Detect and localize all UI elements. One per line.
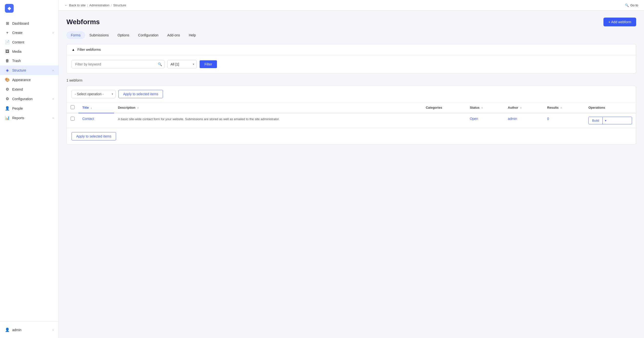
row-status-cell: Open: [466, 113, 504, 128]
chevron-right-icon: ›: [52, 116, 54, 120]
row-description: A basic site-wide contact form for your …: [118, 117, 280, 121]
dashboard-icon: ⊞: [5, 21, 10, 26]
table-row: Contact A basic site-wide contact form f…: [67, 113, 636, 128]
filter-select-wrap: All [1] ▾: [167, 60, 197, 68]
row-author-link[interactable]: admin: [508, 117, 517, 121]
row-description-cell: A basic site-wide contact form for your …: [114, 113, 422, 128]
bulk-select-top: - Select operation - ▾: [72, 90, 116, 98]
tab-forms[interactable]: Forms: [66, 31, 85, 39]
search-icon: 🔍: [625, 4, 629, 7]
back-arrow-icon: ←: [64, 4, 68, 7]
sidebar-logo: ◆: [0, 0, 58, 16]
sidebar-item-dashboard[interactable]: ⊞ Dashboard: [0, 18, 58, 28]
row-categories-cell: [422, 113, 466, 128]
add-webform-button[interactable]: + Add webform: [604, 18, 636, 26]
sidebar-user-label: admin: [12, 328, 50, 332]
tab-help[interactable]: Help: [184, 31, 200, 39]
app-logo[interactable]: ◆: [5, 4, 14, 13]
bulk-operation-select-top[interactable]: - Select operation -: [72, 90, 116, 98]
sidebar-item-media[interactable]: 🖼 Media: [0, 47, 58, 56]
filter-input-wrap: 🔍: [72, 60, 164, 68]
menu-icon[interactable]: ≡: [481, 106, 483, 109]
reports-icon: 📊: [5, 116, 10, 120]
breadcrumb-sep2: /: [111, 4, 112, 7]
topbar: ← Back to site | Administration / Struct…: [59, 0, 644, 11]
tabs-bar: FormsSubmissionsOptionsConfigurationAdd-…: [66, 31, 636, 39]
goto-label: Go to: [630, 4, 638, 7]
sidebar-item-label-create: Create: [12, 31, 50, 35]
sidebar-item-structure[interactable]: ◈ Structure ›: [0, 66, 58, 75]
content-icon: 📄: [5, 40, 10, 44]
filter-body: 🔍 All [1] ▾ Filter: [67, 55, 636, 73]
page-content: Webforms + Add webform FormsSubmissionsO…: [59, 11, 644, 338]
sidebar-item-label-configuration: Configuration: [12, 97, 50, 101]
row-checkbox-cell: [67, 113, 78, 128]
breadcrumb-admin: Administration: [90, 4, 110, 7]
trash-icon: 🗑: [5, 58, 10, 63]
breadcrumb: ← Back to site | Administration / Struct…: [64, 4, 126, 7]
col-status: Status ≡: [466, 102, 504, 113]
sidebar-item-label-content: Content: [12, 40, 54, 44]
appearance-icon: 🎨: [5, 78, 10, 82]
row-results-link[interactable]: 0: [547, 117, 549, 121]
structure-icon: ◈: [5, 68, 10, 72]
row-author-cell: admin: [504, 113, 543, 128]
row-checkbox[interactable]: [70, 117, 74, 121]
create-icon: +: [5, 30, 10, 35]
build-dropdown-button[interactable]: ▾: [602, 117, 608, 124]
breadcrumb-structure: Structure: [113, 4, 126, 7]
row-title-link[interactable]: Contact: [82, 117, 94, 121]
filter-chevron-up-icon: ▲: [72, 48, 75, 52]
user-icon: 👤: [5, 328, 10, 332]
filter-category-select[interactable]: All [1]: [167, 60, 197, 68]
sidebar-item-label-dashboard: Dashboard: [12, 22, 54, 26]
sidebar-item-label-structure: Structure: [12, 68, 50, 72]
table-header: Title ↓ Description ≡ Categories Status …: [67, 102, 636, 113]
sidebar-item-appearance[interactable]: 🎨 Appearance: [0, 75, 58, 84]
people-icon: 👤: [5, 106, 10, 111]
apply-to-selected-bottom-button[interactable]: Apply to selected items: [72, 132, 116, 140]
webforms-table: Title ↓ Description ≡ Categories Status …: [67, 102, 636, 128]
back-to-site-link[interactable]: Back to site: [69, 4, 86, 7]
sidebar: ◆ ⊞ Dashboard + Create › 📄 Content 🖼 Med…: [0, 0, 59, 338]
col-author: Author ≡: [504, 102, 543, 113]
sidebar-item-content[interactable]: 📄 Content: [0, 37, 58, 47]
filter-header-label: Filter webforms: [78, 48, 101, 52]
sidebar-item-trash[interactable]: 🗑 Trash: [0, 56, 58, 66]
tab-submissions[interactable]: Submissions: [85, 31, 113, 39]
build-button[interactable]: Build: [588, 117, 602, 124]
sidebar-item-extend[interactable]: ⚙ Extend: [0, 84, 58, 94]
menu-icon[interactable]: ≡: [137, 106, 139, 109]
apply-to-selected-top-button[interactable]: Apply to selected items: [118, 90, 163, 98]
sidebar-item-people[interactable]: 👤 People: [0, 104, 58, 113]
result-count: 1 webform: [66, 78, 636, 82]
page-header: Webforms + Add webform: [66, 18, 636, 26]
menu-icon[interactable]: ≡: [560, 106, 562, 109]
row-status[interactable]: Open: [470, 117, 478, 121]
goto-button[interactable]: 🔍 Go to: [625, 4, 638, 7]
select-all-checkbox[interactable]: [70, 105, 74, 109]
filter-button[interactable]: Filter: [200, 60, 217, 68]
row-results-cell: 0: [543, 113, 585, 128]
col-title[interactable]: Title ↓: [78, 102, 114, 113]
chevron-right-icon: ›: [52, 31, 54, 34]
chevron-right-icon: ›: [52, 97, 54, 100]
tab-addons[interactable]: Add-ons: [163, 31, 184, 39]
col-results: Results ≡: [543, 102, 585, 113]
search-icon: 🔍: [158, 62, 162, 66]
table-body: Contact A basic site-wide contact form f…: [67, 113, 636, 128]
sidebar-item-reports[interactable]: 📊 Reports ›: [0, 113, 58, 122]
sidebar-item-admin[interactable]: 👤 admin ›: [5, 326, 54, 334]
filter-keyword-input[interactable]: [72, 60, 164, 68]
chevron-right-icon: ›: [52, 69, 54, 72]
sidebar-item-create[interactable]: + Create ›: [0, 28, 58, 37]
sidebar-item-configuration[interactable]: ⚙ Configuration ›: [0, 94, 58, 104]
filter-header[interactable]: ▲ Filter webforms: [67, 44, 636, 55]
col-categories: Categories: [422, 102, 466, 113]
tab-configuration[interactable]: Configuration: [134, 31, 163, 39]
filter-panel: ▲ Filter webforms 🔍 All [1] ▾ Filter: [66, 44, 636, 74]
menu-icon[interactable]: ≡: [520, 106, 522, 109]
sidebar-item-label-extend: Extend: [12, 88, 54, 91]
tab-options[interactable]: Options: [113, 31, 134, 39]
sidebar-item-label-people: People: [12, 106, 54, 110]
